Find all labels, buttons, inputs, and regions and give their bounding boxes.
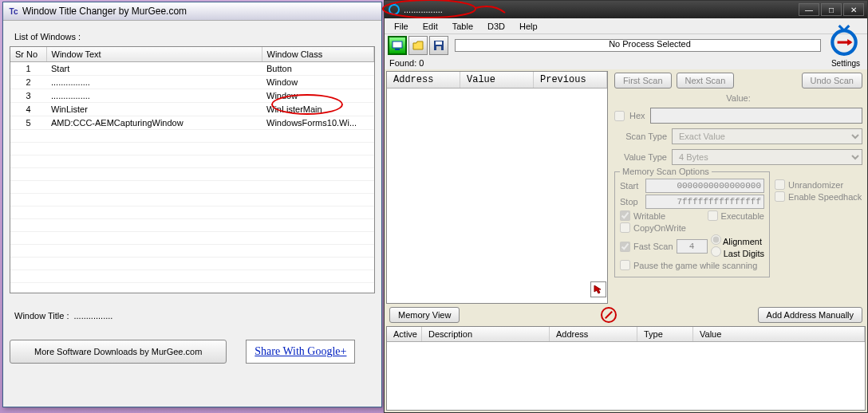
unrandomizer-checkbox[interactable] xyxy=(775,179,785,190)
table-row[interactable]: 1StartButton xyxy=(10,62,374,76)
cheat-engine-logo[interactable] xyxy=(827,24,861,57)
clear-icon[interactable] xyxy=(601,307,617,323)
window-title: Window Title Changer by MurGee.com xyxy=(22,6,187,17)
next-scan-button[interactable]: Next Scan xyxy=(677,73,735,88)
scan-panel: First Scan Next Scan Undo Scan Value: He… xyxy=(610,69,867,305)
maximize-button[interactable]: □ xyxy=(821,3,842,16)
menubar: File Edit Table D3D Help xyxy=(385,18,867,34)
table-row[interactable]: 5AMD:CCC-AEMCapturingWindowWindowsForms1… xyxy=(10,116,374,130)
table-row[interactable]: 3................Window xyxy=(10,89,374,103)
open-file-button[interactable] xyxy=(408,36,428,55)
tbl-active[interactable]: Active xyxy=(387,327,422,341)
share-google-link[interactable]: Share With Google+ xyxy=(254,345,346,357)
value-input[interactable] xyxy=(650,108,862,124)
pause-label: Pause the game while scanning xyxy=(633,261,757,270)
table-row[interactable]: 4WinListerWinListerMain xyxy=(10,103,374,116)
fastscan-label: Fast Scan xyxy=(633,242,673,251)
speedhack-checkbox[interactable] xyxy=(775,191,785,202)
tbl-address[interactable]: Address xyxy=(550,327,637,341)
alignment-radio[interactable] xyxy=(711,234,721,245)
cow-checkbox[interactable] xyxy=(620,222,630,233)
undo-scan-button[interactable]: Undo Scan xyxy=(802,73,862,88)
list-label: List of Windows : xyxy=(14,32,375,41)
tbl-value[interactable]: Value xyxy=(693,327,865,341)
col-address[interactable]: Address xyxy=(387,72,460,88)
mem-options-title: Memory Scan Options xyxy=(620,167,712,176)
floppy-icon xyxy=(433,40,444,51)
no-process-label: No Process Selected xyxy=(480,39,819,49)
speedhack-label: Enable Speedhack xyxy=(788,192,862,202)
col-srno[interactable]: Sr No xyxy=(10,47,46,62)
stop-label: Stop xyxy=(620,197,642,206)
col-class[interactable]: Window Class xyxy=(262,47,374,62)
settings-label[interactable]: Settings xyxy=(827,59,864,68)
folder-icon xyxy=(412,40,424,51)
executable-label: Executable xyxy=(721,211,764,221)
first-scan-button[interactable]: First Scan xyxy=(614,73,672,88)
start-input[interactable] xyxy=(645,179,764,193)
table-row[interactable]: 2................Window xyxy=(10,76,374,89)
svg-rect-2 xyxy=(395,49,400,50)
value-label: Value: xyxy=(726,93,750,103)
svg-rect-5 xyxy=(436,46,441,50)
unrandomizer-label: Unrandomizer xyxy=(788,180,843,190)
pause-checkbox[interactable] xyxy=(620,260,630,270)
tbl-type[interactable]: Type xyxy=(637,327,693,341)
arrow-tool-button[interactable] xyxy=(590,281,606,297)
more-downloads-button[interactable]: More Software Downloads by MurGee.com xyxy=(10,340,227,364)
address-list-panel[interactable]: Address Value Previous xyxy=(386,71,608,304)
menu-help[interactable]: Help xyxy=(513,20,544,33)
hex-label: Hex xyxy=(629,111,645,120)
memory-scan-options: Memory Scan Options Start Stop Writable … xyxy=(614,171,770,277)
fastscan-value[interactable] xyxy=(677,239,708,254)
window-title-input[interactable] xyxy=(73,311,169,321)
writable-label: Writable xyxy=(633,211,665,221)
app-icon: Tc xyxy=(8,6,19,17)
col-value[interactable]: Value xyxy=(460,72,534,88)
save-button[interactable] xyxy=(429,36,448,55)
value-type-select[interactable]: 4 Bytes xyxy=(672,149,862,165)
stop-input[interactable] xyxy=(645,195,764,209)
tbl-desc[interactable]: Description xyxy=(422,327,550,341)
menu-d3d[interactable]: D3D xyxy=(481,20,511,33)
menu-edit[interactable]: Edit xyxy=(416,20,444,33)
open-process-button[interactable] xyxy=(388,36,407,55)
scan-type-select[interactable]: Exact Value xyxy=(672,128,862,144)
writable-checkbox[interactable] xyxy=(620,210,630,221)
cheat-engine-window: ................ — □ ✕ File Edit Table D… xyxy=(384,0,868,413)
executable-checkbox[interactable] xyxy=(708,210,718,221)
hex-checkbox[interactable] xyxy=(614,111,625,121)
add-address-button[interactable]: Add Address Manually xyxy=(758,307,862,323)
minimize-button[interactable]: — xyxy=(799,3,819,16)
svg-rect-1 xyxy=(393,41,402,48)
cheat-table[interactable]: Active Description Address Type Value xyxy=(386,326,866,411)
arrow-icon xyxy=(593,284,604,295)
col-text[interactable]: Window Text xyxy=(46,47,262,62)
lastdigits-radio[interactable] xyxy=(711,246,721,257)
titlebar-left[interactable]: Tc Window Title Changer by MurGee.com xyxy=(3,2,381,21)
col-previous[interactable]: Previous xyxy=(534,72,607,88)
svg-point-0 xyxy=(389,5,399,14)
svg-rect-4 xyxy=(436,41,442,45)
start-label: Start xyxy=(620,181,642,191)
fastscan-checkbox[interactable] xyxy=(620,242,630,252)
window-title-changer: Tc Window Title Changer by MurGee.com Li… xyxy=(2,2,382,407)
found-label: Found: 0 xyxy=(385,57,867,69)
close-button[interactable]: ✕ xyxy=(843,3,864,16)
window-title-label: Window Title : xyxy=(14,311,69,321)
menu-file[interactable]: File xyxy=(388,20,415,33)
windows-table[interactable]: Sr No Window Text Window Class 1StartBut… xyxy=(10,46,375,293)
scan-type-label: Scan Type xyxy=(614,132,667,141)
computer-icon xyxy=(391,39,404,52)
ce-title: ................ xyxy=(404,5,443,14)
memory-view-button[interactable]: Memory View xyxy=(389,307,460,323)
value-type-label: Value Type xyxy=(614,152,667,162)
cheat-engine-icon xyxy=(388,3,400,16)
menu-table[interactable]: Table xyxy=(446,20,479,33)
share-box: Share With Google+ xyxy=(246,340,355,364)
cow-label: CopyOnWrite xyxy=(633,223,686,233)
titlebar-right[interactable]: ................ — □ ✕ xyxy=(385,1,867,18)
